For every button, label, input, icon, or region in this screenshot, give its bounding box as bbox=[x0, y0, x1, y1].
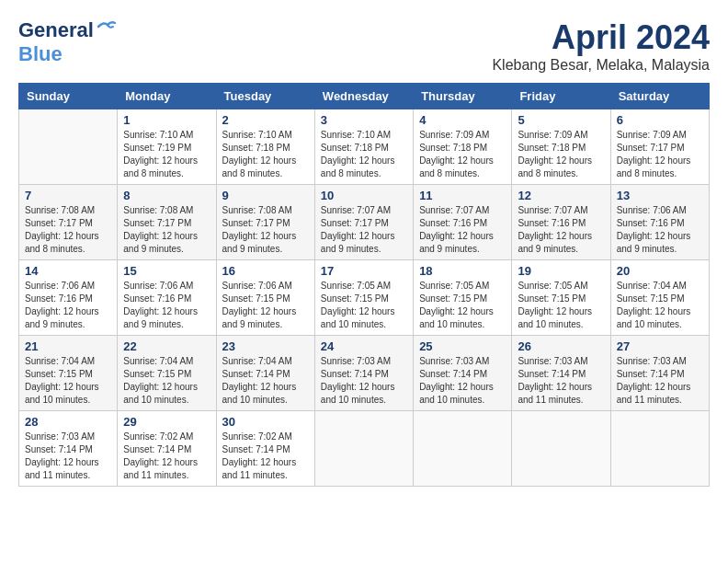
calendar-cell: 9Sunrise: 7:08 AMSunset: 7:17 PMDaylight… bbox=[216, 185, 314, 260]
day-number: 25 bbox=[419, 339, 506, 353]
calendar-cell: 18Sunrise: 7:05 AMSunset: 7:15 PMDayligh… bbox=[414, 260, 512, 336]
calendar-cell: 7Sunrise: 7:08 AMSunset: 7:17 PMDaylight… bbox=[19, 185, 118, 260]
calendar-cell: 25Sunrise: 7:03 AMSunset: 7:14 PMDayligh… bbox=[414, 336, 512, 411]
day-number: 27 bbox=[617, 339, 703, 353]
calendar-cell: 22Sunrise: 7:04 AMSunset: 7:15 PMDayligh… bbox=[118, 336, 216, 411]
logo-blue-text: Blue bbox=[18, 42, 63, 66]
logo-bird-icon bbox=[97, 19, 117, 34]
calendar-subtitle: Klebang Besar, Melaka, Malaysia bbox=[492, 57, 710, 74]
calendar-cell: 11Sunrise: 7:07 AMSunset: 7:16 PMDayligh… bbox=[414, 185, 512, 260]
day-number: 30 bbox=[222, 415, 309, 429]
title-block: April 2024 Klebang Besar, Melaka, Malays… bbox=[492, 18, 710, 74]
calendar-cell: 8Sunrise: 7:08 AMSunset: 7:17 PMDaylight… bbox=[118, 185, 216, 260]
day-info: Sunrise: 7:04 AMSunset: 7:15 PMDaylight:… bbox=[25, 355, 111, 407]
calendar-cell: 5Sunrise: 7:09 AMSunset: 7:18 PMDaylight… bbox=[512, 109, 610, 185]
calendar-cell: 1Sunrise: 7:10 AMSunset: 7:19 PMDaylight… bbox=[118, 109, 216, 185]
day-info: Sunrise: 7:10 AMSunset: 7:19 PMDaylight:… bbox=[123, 129, 210, 180]
calendar-cell bbox=[414, 411, 512, 487]
calendar-title: April 2024 bbox=[492, 18, 710, 57]
day-number: 4 bbox=[419, 113, 506, 127]
calendar-cell: 4Sunrise: 7:09 AMSunset: 7:18 PMDaylight… bbox=[414, 109, 512, 185]
day-info: Sunrise: 7:07 AMSunset: 7:17 PMDaylight:… bbox=[321, 204, 407, 256]
day-number: 7 bbox=[25, 189, 111, 202]
day-number: 22 bbox=[123, 339, 210, 353]
calendar-cell: 21Sunrise: 7:04 AMSunset: 7:15 PMDayligh… bbox=[19, 336, 118, 411]
day-info: Sunrise: 7:09 AMSunset: 7:17 PMDaylight:… bbox=[617, 129, 703, 180]
calendar-cell: 27Sunrise: 7:03 AMSunset: 7:14 PMDayligh… bbox=[610, 336, 709, 411]
day-info: Sunrise: 7:09 AMSunset: 7:18 PMDaylight:… bbox=[419, 129, 506, 180]
day-info: Sunrise: 7:04 AMSunset: 7:15 PMDaylight:… bbox=[123, 355, 210, 407]
calendar-cell: 13Sunrise: 7:06 AMSunset: 7:16 PMDayligh… bbox=[610, 185, 709, 260]
day-number: 28 bbox=[25, 415, 111, 429]
calendar-cell: 29Sunrise: 7:02 AMSunset: 7:14 PMDayligh… bbox=[118, 411, 216, 487]
calendar-cell bbox=[610, 411, 709, 487]
day-number: 17 bbox=[321, 264, 407, 278]
day-info: Sunrise: 7:06 AMSunset: 7:16 PMDaylight:… bbox=[123, 280, 210, 331]
day-info: Sunrise: 7:03 AMSunset: 7:14 PMDaylight:… bbox=[419, 355, 506, 407]
day-number: 11 bbox=[419, 189, 506, 202]
day-number: 24 bbox=[321, 339, 407, 353]
day-info: Sunrise: 7:07 AMSunset: 7:16 PMDaylight:… bbox=[419, 204, 506, 256]
weekday-header-sunday: Sunday bbox=[19, 84, 118, 109]
calendar-cell: 17Sunrise: 7:05 AMSunset: 7:15 PMDayligh… bbox=[314, 260, 413, 336]
calendar-cell: 30Sunrise: 7:02 AMSunset: 7:14 PMDayligh… bbox=[216, 411, 314, 487]
calendar-cell: 24Sunrise: 7:03 AMSunset: 7:14 PMDayligh… bbox=[314, 336, 413, 411]
day-info: Sunrise: 7:02 AMSunset: 7:14 PMDaylight:… bbox=[222, 431, 309, 482]
day-number: 16 bbox=[222, 264, 309, 278]
day-number: 26 bbox=[518, 339, 604, 353]
week-row-3: 14Sunrise: 7:06 AMSunset: 7:16 PMDayligh… bbox=[19, 260, 710, 336]
calendar-cell: 19Sunrise: 7:05 AMSunset: 7:15 PMDayligh… bbox=[512, 260, 610, 336]
day-info: Sunrise: 7:06 AMSunset: 7:15 PMDaylight:… bbox=[222, 280, 309, 331]
calendar-cell bbox=[512, 411, 610, 487]
week-row-5: 28Sunrise: 7:03 AMSunset: 7:14 PMDayligh… bbox=[19, 411, 710, 487]
weekday-header-friday: Friday bbox=[512, 84, 610, 109]
weekday-header-row: SundayMondayTuesdayWednesdayThursdayFrid… bbox=[19, 84, 710, 109]
day-number: 23 bbox=[222, 339, 309, 353]
calendar-cell: 23Sunrise: 7:04 AMSunset: 7:14 PMDayligh… bbox=[216, 336, 314, 411]
day-info: Sunrise: 7:03 AMSunset: 7:14 PMDaylight:… bbox=[518, 355, 604, 407]
day-info: Sunrise: 7:03 AMSunset: 7:14 PMDaylight:… bbox=[321, 355, 407, 407]
day-number: 5 bbox=[518, 113, 604, 127]
day-number: 9 bbox=[222, 189, 309, 202]
week-row-4: 21Sunrise: 7:04 AMSunset: 7:15 PMDayligh… bbox=[19, 336, 710, 411]
day-info: Sunrise: 7:10 AMSunset: 7:18 PMDaylight:… bbox=[321, 129, 407, 180]
calendar-cell: 2Sunrise: 7:10 AMSunset: 7:18 PMDaylight… bbox=[216, 109, 314, 185]
day-info: Sunrise: 7:08 AMSunset: 7:17 PMDaylight:… bbox=[25, 204, 111, 256]
day-number: 8 bbox=[123, 189, 210, 202]
day-number: 18 bbox=[419, 264, 506, 278]
week-row-2: 7Sunrise: 7:08 AMSunset: 7:17 PMDaylight… bbox=[19, 185, 710, 260]
day-number: 29 bbox=[123, 415, 210, 429]
day-info: Sunrise: 7:03 AMSunset: 7:14 PMDaylight:… bbox=[617, 355, 703, 407]
day-number: 2 bbox=[222, 113, 309, 127]
calendar-cell bbox=[19, 109, 118, 185]
day-number: 6 bbox=[617, 113, 703, 127]
day-info: Sunrise: 7:09 AMSunset: 7:18 PMDaylight:… bbox=[518, 129, 604, 180]
calendar-cell: 16Sunrise: 7:06 AMSunset: 7:15 PMDayligh… bbox=[216, 260, 314, 336]
logo: General Blue bbox=[18, 18, 117, 66]
day-info: Sunrise: 7:05 AMSunset: 7:15 PMDaylight:… bbox=[419, 280, 506, 331]
day-info: Sunrise: 7:02 AMSunset: 7:14 PMDaylight:… bbox=[123, 431, 210, 482]
page-header: General Blue April 2024 Klebang Besar, M… bbox=[18, 18, 710, 74]
weekday-header-thursday: Thursday bbox=[414, 84, 512, 109]
day-info: Sunrise: 7:08 AMSunset: 7:17 PMDaylight:… bbox=[123, 204, 210, 256]
day-number: 12 bbox=[518, 189, 604, 202]
day-info: Sunrise: 7:03 AMSunset: 7:14 PMDaylight:… bbox=[25, 431, 111, 482]
day-number: 1 bbox=[123, 113, 210, 127]
calendar-table: SundayMondayTuesdayWednesdayThursdayFrid… bbox=[18, 83, 710, 487]
day-info: Sunrise: 7:05 AMSunset: 7:15 PMDaylight:… bbox=[518, 280, 604, 331]
weekday-header-saturday: Saturday bbox=[610, 84, 709, 109]
week-row-1: 1Sunrise: 7:10 AMSunset: 7:19 PMDaylight… bbox=[19, 109, 710, 185]
day-info: Sunrise: 7:04 AMSunset: 7:14 PMDaylight:… bbox=[222, 355, 309, 407]
calendar-cell: 26Sunrise: 7:03 AMSunset: 7:14 PMDayligh… bbox=[512, 336, 610, 411]
calendar-cell: 14Sunrise: 7:06 AMSunset: 7:16 PMDayligh… bbox=[19, 260, 118, 336]
weekday-header-monday: Monday bbox=[118, 84, 216, 109]
day-info: Sunrise: 7:05 AMSunset: 7:15 PMDaylight:… bbox=[321, 280, 407, 331]
day-number: 3 bbox=[321, 113, 407, 127]
day-number: 20 bbox=[617, 264, 703, 278]
day-info: Sunrise: 7:06 AMSunset: 7:16 PMDaylight:… bbox=[25, 280, 111, 331]
day-number: 14 bbox=[25, 264, 111, 278]
weekday-header-tuesday: Tuesday bbox=[216, 84, 314, 109]
day-number: 10 bbox=[321, 189, 407, 202]
calendar-cell: 12Sunrise: 7:07 AMSunset: 7:16 PMDayligh… bbox=[512, 185, 610, 260]
day-info: Sunrise: 7:06 AMSunset: 7:16 PMDaylight:… bbox=[617, 204, 703, 256]
